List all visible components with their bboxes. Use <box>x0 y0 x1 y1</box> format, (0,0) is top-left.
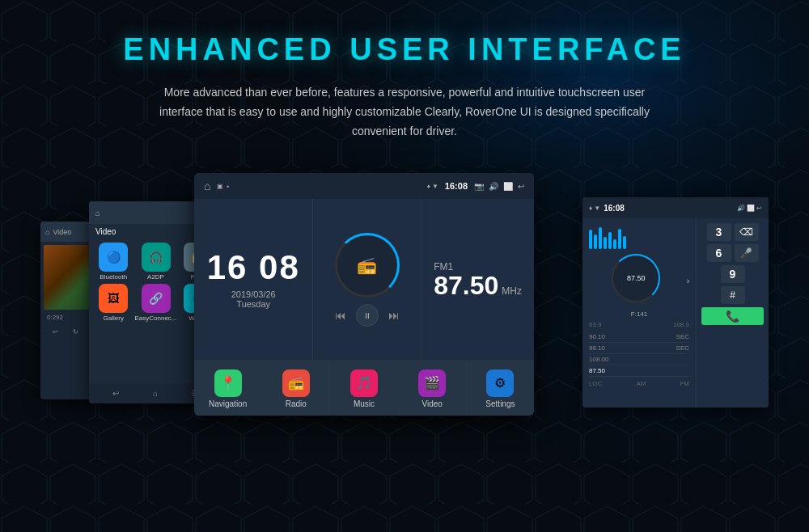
far-left-title: Video <box>53 228 71 236</box>
app-video[interactable]: 🎬 Video <box>399 361 467 416</box>
page-subtitle: More advanced than ever before, features… <box>154 83 655 141</box>
screen-icon: ⬜ <box>503 182 513 191</box>
clock-date: 2019/03/26 <box>231 289 276 299</box>
center-main: 16 08 2019/03/26 Tuesday 📻 ⏮ ⏸ ⏭ <box>194 199 534 361</box>
right-bottom-labels: LOC AM FM <box>589 380 689 387</box>
right-keypad: 3 ⌫ 6 🎤 9 # 📞 <box>696 218 769 407</box>
left-back-icon[interactable]: ↩ <box>112 389 119 398</box>
radio-dial: 📻 <box>335 233 400 298</box>
bluetooth-label: Bluetooth <box>100 273 127 281</box>
center-time-area: ♦ ▼ 16:08 📷 🔊 ⬜ ↩ <box>427 181 524 191</box>
far-left-back-icon: ↩ <box>53 328 58 336</box>
keypad-9[interactable]: 9 <box>721 265 745 283</box>
radio-icon: 📻 <box>282 369 310 397</box>
right-freq-range: 63.9 108.0 <box>589 321 689 328</box>
right-icons: 🔊 ⬜ ↩ <box>737 205 762 212</box>
eq-bars <box>589 225 689 249</box>
app-easyconnect[interactable]: 🔗 EasyConnec... <box>134 284 176 322</box>
left-home-btn[interactable]: ⌂ <box>153 389 158 398</box>
freq-2-label: SEC <box>676 344 689 352</box>
center-icon1: ▣ <box>217 183 223 190</box>
keypad-del[interactable]: ⌫ <box>735 223 759 241</box>
right-freq-sub: F:141 <box>589 310 689 318</box>
prev-track-btn[interactable]: ⏮ <box>335 309 346 322</box>
right-time: 16:08 <box>604 204 625 213</box>
navigation-icon: 📍 <box>214 369 242 397</box>
screen-center: ⌂ ▣ ▪ ♦ ▼ 16:08 📷 🔊 ⬜ ↩ <box>194 173 534 416</box>
keypad-row-3: 3 ⌫ <box>701 223 764 241</box>
settings-label: Settings <box>485 399 515 408</box>
center-clock: 16:08 <box>445 181 468 191</box>
easyconnect-icon: 🔗 <box>142 284 171 313</box>
right-screen-body: 87.50 › F:141 63.9 108.0 90.10 SEC <box>582 218 769 407</box>
volume-icon: 🔊 <box>489 182 498 191</box>
app-music[interactable]: 🎵 Music <box>330 361 398 416</box>
clock-panel: 16 08 2019/03/26 Tuesday <box>194 199 313 361</box>
far-left-home-icon: ⌂ <box>45 228 49 236</box>
app-bluetooth[interactable]: 🔵 Bluetooth <box>95 243 131 281</box>
call-button[interactable]: 📞 <box>701 307 764 325</box>
next-track-btn[interactable]: ⏭ <box>388 309 400 322</box>
keypad-6[interactable]: 6 <box>707 244 731 262</box>
easyconnect-label: EasyConnec... <box>134 315 176 322</box>
eq-bar-8 <box>623 236 626 250</box>
play-pause-btn[interactable]: ⏸ <box>356 304 379 327</box>
eq-bar-5 <box>608 232 612 249</box>
fm-frequency: 87.50 <box>434 272 498 298</box>
label-fm: FM <box>680 380 689 387</box>
keypad-hash[interactable]: # <box>721 286 745 304</box>
freq-1-val: 90.10 <box>589 333 605 340</box>
page-title: ENHANCED USER INTERFACE <box>123 32 685 67</box>
right-gps: ♦ ▼ <box>589 205 600 212</box>
center-app-grid: 📍 Navigation 📻 Radio 🎵 Music 🎬 Video ⚙ <box>194 361 534 416</box>
bluetooth-icon: 🔵 <box>99 243 128 272</box>
right-freq-display: 87.50 <box>627 274 646 282</box>
clock-display: 16 08 <box>207 251 300 285</box>
navigation-label: Navigation <box>209 399 247 408</box>
gallery-label: Gallery <box>104 315 124 322</box>
eq-bar-6 <box>613 239 616 249</box>
center-mini-icons: ▣ ▪ <box>217 183 229 190</box>
freq-1-label: SEC <box>676 333 689 340</box>
video-label: Video <box>422 399 443 408</box>
eq-bar-1 <box>589 230 592 249</box>
freq-item-1[interactable]: 90.10 SEC <box>589 331 689 343</box>
freq-item-4[interactable]: 87.50 <box>589 365 689 377</box>
radio-panel: 📻 ⏮ ⏸ ⏭ <box>313 199 421 361</box>
freq-item-3[interactable]: 108.00 <box>589 354 689 365</box>
screens-showcase: ⌂ Video 0:292 ↩ ↻ □ ⌂ ▣ ▪ Video <box>40 173 769 432</box>
keypad-row-hash: # <box>701 286 764 304</box>
freq-range-low: 63.9 <box>589 321 602 328</box>
center-icon2: ▪ <box>227 183 229 190</box>
center-home-btn[interactable]: ⌂ <box>204 179 210 192</box>
video-icon: 🎬 <box>418 369 446 397</box>
app-a2dp[interactable]: 🎧 A2DP <box>134 243 176 281</box>
freq-3-val: 108.00 <box>589 356 608 363</box>
center-top-bar: ⌂ ▣ ▪ ♦ ▼ 16:08 📷 🔊 ⬜ ↩ <box>194 173 534 199</box>
freq-item-2[interactable]: 98.10 SEC <box>589 343 689 354</box>
keypad-mic[interactable]: 🎤 <box>735 244 759 262</box>
screen-right: ♦ ▼ 16:08 🔊 ⬜ ↩ <box>582 197 769 407</box>
eq-bar-3 <box>599 227 602 249</box>
label-am: AM <box>636 380 646 387</box>
a2dp-label: A2DP <box>147 273 164 281</box>
app-navigation[interactable]: 📍 Navigation <box>194 361 262 416</box>
far-left-menu-icon: ↻ <box>73 328 78 336</box>
fm-panel: FM1 87.50 MHz <box>421 199 534 361</box>
freq-range-high: 108.0 <box>673 321 689 328</box>
label-loc: LOC <box>589 380 602 387</box>
app-radio[interactable]: 📻 Radio <box>262 361 330 416</box>
back-icon: ↩ <box>518 182 524 191</box>
clock-day: Tuesday <box>236 299 270 309</box>
radio-controls: ⏮ ⏸ ⏭ <box>335 304 400 327</box>
eq-bar-7 <box>618 229 621 250</box>
fm-unit: MHz <box>502 285 522 297</box>
radio-dial-icon: 📻 <box>357 255 377 275</box>
app-gallery[interactable]: 🖼 Gallery <box>95 284 131 322</box>
keypad-3[interactable]: 3 <box>707 223 731 241</box>
app-settings[interactable]: ⚙ Settings <box>467 361 534 416</box>
right-expand-btn[interactable]: › <box>687 277 689 285</box>
right-fm-panel: 87.50 › F:141 63.9 108.0 90.10 SEC <box>582 218 696 407</box>
freq-4-val: 87.50 <box>589 367 605 374</box>
right-top-bar: ♦ ▼ 16:08 🔊 ⬜ ↩ <box>582 197 769 218</box>
